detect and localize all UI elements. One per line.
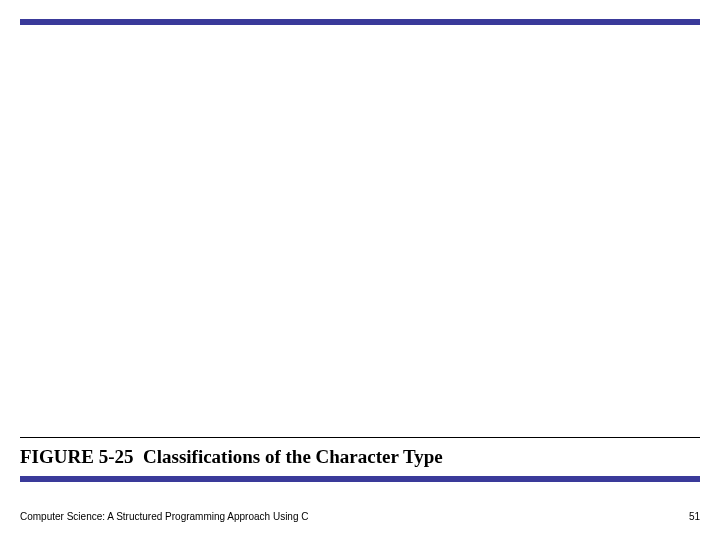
footer-book-title: Computer Science: A Structured Programmi… bbox=[20, 511, 308, 522]
caption-thin-rule bbox=[20, 437, 700, 438]
top-horizontal-rule bbox=[20, 19, 700, 25]
page-footer: Computer Science: A Structured Programmi… bbox=[20, 511, 700, 522]
figure-caption-block: FIGURE 5-25 Classifications of the Chara… bbox=[20, 437, 700, 482]
figure-caption-text: FIGURE 5-25 Classifications of the Chara… bbox=[20, 444, 700, 474]
slide-page: FIGURE 5-25 Classifications of the Chara… bbox=[0, 0, 720, 540]
figure-title: Classifications of the Character Type bbox=[143, 446, 443, 467]
figure-label: FIGURE 5-25 bbox=[20, 446, 133, 467]
footer-page-number: 51 bbox=[689, 511, 700, 522]
caption-thick-rule bbox=[20, 476, 700, 482]
